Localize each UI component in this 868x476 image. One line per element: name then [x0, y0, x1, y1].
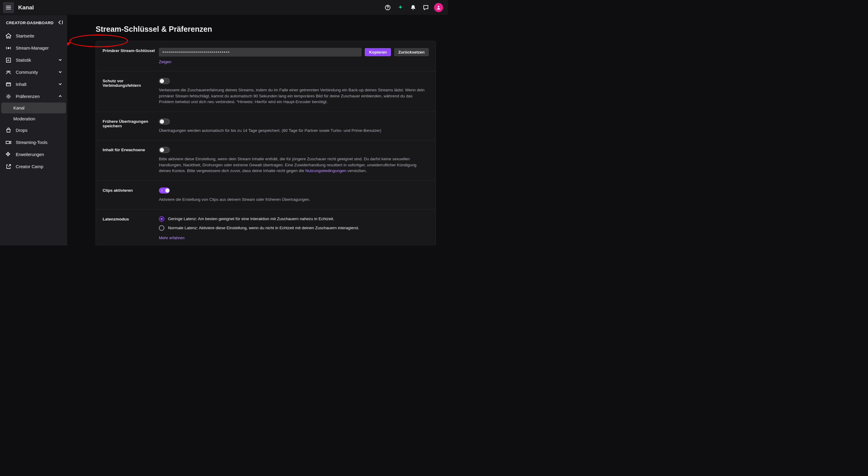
- latency-low-label: Geringe Latenz: Am besten geeignet für e…: [168, 216, 334, 221]
- svg-point-2: [7, 47, 9, 49]
- hamburger-menu-button[interactable]: [3, 2, 14, 13]
- row-latency: Latenzmodus Geringe Latenz: Am besten ge…: [96, 210, 435, 246]
- whispers-button[interactable]: [421, 3, 430, 12]
- stream-key-label: Primärer Stream-Schlüssel: [102, 48, 159, 64]
- reset-button[interactable]: Zurücksetzen: [394, 48, 429, 56]
- drops-icon: [5, 127, 11, 133]
- latency-normal-label: Normale Latenz: Aktiviere diese Einstell…: [168, 226, 359, 230]
- main-content: Stream-Schlüssel & Präferenzen Primärer …: [67, 15, 448, 245]
- svg-point-5: [9, 71, 10, 73]
- sidebar-item-home[interactable]: Startseite: [0, 30, 67, 42]
- gear-icon: [5, 94, 11, 100]
- collapse-sidebar-button[interactable]: [57, 20, 63, 26]
- latency-label: Latenzmodus: [102, 216, 159, 240]
- row-mature-content: Inhalt für Erwachsene Bitte aktiviere di…: [96, 140, 435, 181]
- sidebar-subitem-kanal[interactable]: Kanal: [1, 103, 66, 113]
- content-icon: [5, 81, 11, 88]
- live-icon: [5, 45, 11, 51]
- svg-rect-6: [6, 83, 10, 86]
- row-stream-key: Primärer Stream-Schlüssel Kopieren Zurüc…: [96, 41, 435, 71]
- camera-icon: [5, 139, 11, 145]
- stream-key-input[interactable]: [159, 48, 362, 57]
- collapse-icon: [57, 20, 63, 25]
- notifications-button[interactable]: [409, 3, 417, 12]
- sidebar-item-drops[interactable]: Drops: [0, 124, 67, 136]
- copy-button[interactable]: Kopieren: [365, 48, 391, 56]
- svg-point-1: [438, 6, 439, 7]
- chevron-down-icon: [58, 70, 63, 75]
- vod-toggle[interactable]: [159, 118, 170, 125]
- sidebar-item-community[interactable]: Community: [0, 66, 67, 78]
- sidebar-item-statistics[interactable]: Statistik: [0, 54, 67, 66]
- annotation-arrow: [67, 41, 73, 53]
- sidebar-title: CREATOR-DASHBOARD: [6, 21, 54, 25]
- topbar: Kanal: [0, 0, 448, 15]
- sidebar-item-label: Creator Camp: [16, 164, 63, 169]
- svg-point-4: [7, 71, 8, 73]
- sidebar-subitem-label: Kanal: [13, 106, 25, 110]
- sidebar-item-preferences[interactable]: Präferenzen: [0, 91, 67, 103]
- external-link-icon: [5, 164, 11, 170]
- sidebar-item-label: Statistik: [16, 58, 54, 63]
- svg-rect-8: [6, 141, 9, 144]
- row-clips: Clips aktivieren ✓ Aktiviere die Erstell…: [96, 181, 435, 210]
- sidebar-item-label: Streaming-Tools: [16, 140, 63, 145]
- sidebar-item-label: Inhalt: [16, 82, 54, 87]
- disconnect-label: Schutz vor Verbindungsfehlern: [102, 78, 159, 105]
- chevron-up-icon: [58, 94, 63, 99]
- vod-desc: Übertragungen werden automatisch für bis…: [159, 128, 429, 134]
- sidebar-item-label: Community: [16, 70, 54, 75]
- help-button[interactable]: [383, 3, 392, 12]
- vod-label: Frühere Übertragungen speichern: [102, 118, 159, 134]
- disconnect-desc: Verbessere die Zuschauererfahrung deines…: [159, 87, 429, 105]
- settings-panel: Primärer Stream-Schlüssel Kopieren Zurüc…: [96, 41, 436, 245]
- sidebar-item-label: Erweiterungen: [16, 152, 63, 157]
- page-title: Stream-Schlüssel & Präferenzen: [96, 25, 436, 34]
- clips-toggle[interactable]: ✓: [159, 188, 170, 194]
- clips-label: Clips aktivieren: [102, 188, 159, 203]
- latency-normal-radio[interactable]: Normale Latenz: Aktiviere diese Einstell…: [159, 225, 429, 231]
- svg-line-9: [67, 43, 70, 52]
- sidebar-item-label: Präferenzen: [16, 94, 54, 99]
- chevron-down-icon: [58, 58, 63, 63]
- mature-label: Inhalt für Erwachsene: [102, 147, 159, 174]
- sparkle-button[interactable]: [396, 3, 405, 12]
- hamburger-icon: [5, 4, 11, 10]
- mature-toggle[interactable]: [159, 147, 170, 153]
- sidebar-item-content[interactable]: Inhalt: [0, 78, 67, 91]
- radio-icon: [159, 216, 164, 222]
- show-key-link[interactable]: Zeigen: [159, 60, 171, 64]
- row-store-vod: Frühere Übertragungen speichern Übertrag…: [96, 112, 435, 141]
- row-disconnect-protection: Schutz vor Verbindungsfehlern Verbessere…: [96, 71, 435, 112]
- tos-link[interactable]: Nutzungsbedingungen: [305, 168, 346, 173]
- latency-more-link[interactable]: Mehr erfahren: [159, 236, 185, 240]
- sidebar-item-label: Drops: [16, 128, 63, 133]
- bell-icon: [410, 4, 416, 10]
- avatar-icon: [436, 5, 441, 10]
- user-avatar[interactable]: [434, 3, 443, 12]
- help-icon: [385, 4, 391, 10]
- clips-desc: Aktiviere die Erstellung von Clips aus d…: [159, 197, 429, 203]
- extensions-icon: [5, 151, 11, 158]
- community-icon: [5, 69, 11, 75]
- sidebar-subitem-label: Moderation: [13, 116, 35, 121]
- sidebar-subitem-moderation[interactable]: Moderation: [0, 113, 67, 124]
- home-icon: [5, 33, 11, 39]
- sidebar-item-stream-manager[interactable]: Stream-Manager: [0, 42, 67, 54]
- chevron-down-icon: [58, 82, 63, 87]
- chat-icon: [423, 4, 429, 10]
- sidebar-item-label: Stream-Manager: [16, 46, 63, 50]
- sidebar: CREATOR-DASHBOARD Startseite Stream-Mana…: [0, 15, 67, 245]
- sidebar-item-streaming-tools[interactable]: Streaming-Tools: [0, 136, 67, 148]
- sidebar-item-creator-camp[interactable]: Creator Camp: [0, 161, 67, 173]
- mature-desc: Bitte aktiviere diese Einstellung, wenn …: [159, 156, 429, 174]
- disconnect-toggle[interactable]: [159, 78, 170, 84]
- sparkle-icon: [397, 4, 403, 10]
- page-channel-title: Kanal: [18, 4, 34, 11]
- radio-icon: [159, 225, 164, 231]
- sidebar-item-label: Startseite: [16, 34, 63, 38]
- sidebar-item-extensions[interactable]: Erweiterungen: [0, 148, 67, 161]
- latency-low-radio[interactable]: Geringe Latenz: Am besten geeignet für e…: [159, 216, 429, 222]
- svg-point-7: [7, 96, 9, 97]
- stats-icon: [5, 57, 11, 63]
